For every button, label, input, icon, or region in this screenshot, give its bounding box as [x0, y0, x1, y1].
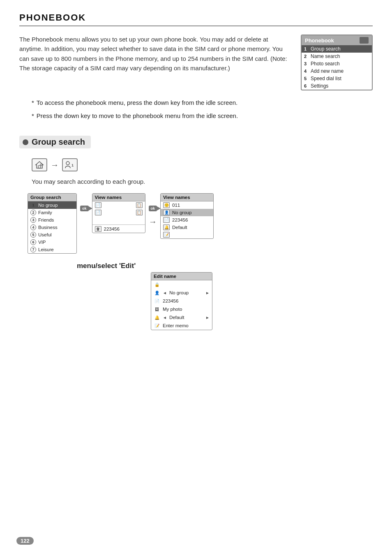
note-1: * To access the phonebook menu, press th…	[32, 98, 373, 108]
phonebook-menu-box: Phonebook 1Group search 2Name search 3Ph…	[301, 35, 373, 90]
vn1-note-icon-1: 📋	[136, 202, 143, 208]
arrow-bold-2: →	[149, 217, 157, 227]
section-heading-text: Group search	[32, 137, 85, 147]
note-2: * Press the down key to move to the phon…	[32, 111, 373, 121]
phonebook-menu-item-1[interactable]: 1Group search	[302, 45, 372, 53]
phonebook-header-icon	[360, 37, 369, 44]
vn1-number-row: 🗑 223456	[92, 224, 145, 233]
phonebook-menu-item-2[interactable]: 2Name search	[302, 53, 372, 60]
svg-point-3	[66, 162, 69, 165]
ep-row-memo: 📝 Enter memo	[151, 321, 212, 330]
phonebook-menu-item-3[interactable]: 3Photo search	[302, 60, 372, 67]
photo-icon-ep: 🖼	[154, 306, 160, 312]
lock-icon: 🔒	[154, 282, 160, 287]
ep-default-text: Default	[169, 315, 203, 320]
vn2-row-2: 👤 No group	[161, 209, 213, 216]
notes: * To access the phonebook menu, press th…	[32, 98, 373, 121]
ep-row-lock: 🔒	[151, 280, 212, 289]
vn2-nogroup: No group	[172, 210, 191, 215]
page-number: 122	[16, 537, 34, 545]
ep-photo-text: My photo	[163, 307, 210, 312]
edit-name-panel: Edit name 🔒 👤 ◄ No group ► 📄 223456	[151, 272, 212, 330]
phonebook-menu-item-5[interactable]: 5Speed dial list	[302, 75, 372, 82]
view-names-panel-1: View names 📄 📋 📄 📋 🗑 223456	[92, 193, 145, 233]
phonebook-menu-item-6[interactable]: 6Settings	[302, 82, 372, 90]
group-search-item-2[interactable]: 2 Family	[28, 209, 76, 216]
group-search-panel: Group search 1 No group 2 Family 3 Frien…	[28, 193, 77, 254]
bottom-section: menu/select 'Edit' Edit name 🔒 👤 ◄ No gr…	[28, 258, 373, 330]
ep-row-nogroup: 👤 ◄ No group ►	[151, 289, 212, 297]
phonebook-menu-item-4[interactable]: 4Add new name	[302, 67, 372, 75]
note-icon-ep: 📝	[154, 323, 160, 328]
ep-nogroup-text: No group	[169, 290, 203, 295]
edit-panel-header: Edit name	[151, 273, 212, 280]
menu-select-area: menu/select 'Edit'	[28, 258, 143, 330]
section-heading: Group search	[19, 136, 91, 148]
group-search-item-1[interactable]: 1 No group	[28, 201, 76, 209]
group-search-panel-header: Group search	[28, 194, 76, 201]
group-search-item-6[interactable]: 6 VIP	[28, 238, 76, 246]
vn2-note-icon: 📝	[163, 232, 170, 238]
phonebook-menu-header: Phonebook	[302, 35, 372, 45]
vn2-default: Default	[172, 225, 187, 230]
diagrams-row: Group search 1 No group 2 Family 3 Frien…	[28, 193, 364, 254]
left-arrow-icon-2: ◄	[163, 315, 167, 320]
view-names-panel-2-header: View names	[161, 194, 213, 201]
page-header: PHONEBOOK	[19, 12, 373, 26]
view-names-panel-2: View names 🙂 011 👤 No group 📄 223456 🔔 D…	[160, 193, 214, 239]
ok-badge-2: ok	[149, 206, 157, 211]
left-arrow-icon: ◄	[163, 291, 167, 295]
ok-badge-1: ok	[80, 206, 89, 211]
vn1-doc-icon-1: 📄	[95, 202, 101, 208]
edit-panel-wrap: Edit name 🔒 👤 ◄ No group ► 📄 223456	[151, 272, 212, 330]
view-names-panel-1-header: View names	[92, 194, 145, 201]
search-description: You may search according to each group.	[32, 178, 373, 185]
ep-row-photo: 🖼 My photo	[151, 305, 212, 313]
ring-icon-ep: 🔔	[154, 314, 160, 320]
vn2-doc-icon: 📄	[163, 217, 170, 223]
ep-number-text: 223456	[163, 298, 210, 303]
doc-icon-ep: 📄	[154, 298, 160, 304]
vn2-ring-icon: 🔔	[163, 224, 170, 230]
phonebook-icon	[32, 158, 47, 171]
vn2-row-3: 📄 223456	[161, 216, 213, 224]
vn2-row-1: 🙂 011	[161, 201, 213, 209]
ep-memo-text: Enter memo	[163, 323, 210, 328]
connector-2: ok →	[145, 206, 161, 227]
vn1-note-icon-2: 📋	[136, 210, 143, 215]
vn2-person-icon: 👤	[163, 210, 170, 215]
intro-section: The Phonebook menu allows you to set up …	[19, 35, 373, 90]
section-dot	[23, 139, 28, 145]
group-search-item-4[interactable]: 4 Business	[28, 224, 76, 231]
person-icon-ep: 👤	[154, 290, 160, 296]
right-arrow-icon-2: ►	[205, 315, 210, 320]
vn1-trash-icon: 🗑	[95, 226, 101, 232]
right-arrow-icon: ►	[205, 291, 210, 295]
intro-text: The Phonebook menu allows you to set up …	[19, 35, 288, 90]
arrow-diagram: → 1	[32, 158, 373, 171]
page-title: PHONEBOOK	[19, 12, 86, 23]
svg-rect-1	[38, 166, 41, 168]
menu-select-label: menu/select 'Edit'	[77, 262, 143, 270]
ep-row-number: 📄 223456	[151, 297, 212, 305]
vn2-number2: 223456	[172, 217, 188, 222]
vn1-row-2: 📄 📋	[92, 209, 145, 216]
ep-row-default: 🔔 ◄ Default ►	[151, 313, 212, 321]
svg-rect-2	[40, 164, 42, 166]
vn1-row-1: 📄 📋	[92, 201, 145, 209]
vn2-smile-icon: 🙂	[163, 202, 170, 208]
vn1-doc-icon-2: 📄	[95, 210, 101, 215]
arrow-icon: →	[51, 160, 59, 170]
group-search-icon: 1	[62, 158, 78, 171]
group-search-item-3[interactable]: 3 Friends	[28, 216, 76, 224]
vn2-number: 011	[172, 203, 180, 208]
vn2-row-4: 🔔 Default	[161, 224, 213, 231]
svg-text:1: 1	[71, 163, 74, 167]
vn2-row-5: 📝	[161, 231, 213, 238]
connector-1: ok	[77, 206, 92, 211]
group-search-item-7[interactable]: 7 Leisure	[28, 246, 76, 253]
vn1-number: 223456	[104, 227, 120, 231]
group-search-item-5[interactable]: 5 Useful	[28, 231, 76, 238]
